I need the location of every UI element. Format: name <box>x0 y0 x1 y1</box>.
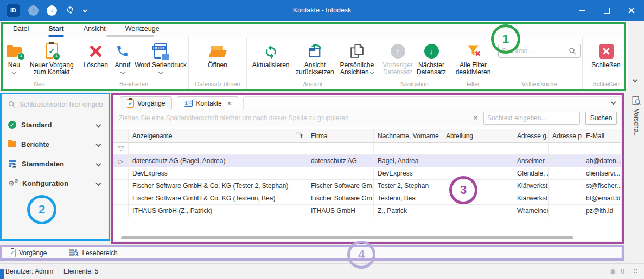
tab-list-chevron-icon[interactable] <box>611 100 616 105</box>
group-by-bar[interactable]: Ziehen Sie eine Spaltenüberschrift hierh… <box>113 109 621 127</box>
quick-access-toolbar: ID <box>0 4 87 17</box>
dropdown-chevron-icon <box>12 70 16 74</box>
tab-start[interactable]: Start <box>48 25 63 33</box>
filter-row <box>113 143 621 155</box>
titlebar: ID Kontakte - Infodesk <box>0 0 644 21</box>
main-panel: Vorgänge Kontakte Ziehen Sie eine Spalte… <box>113 95 621 241</box>
expand-chevron-icon[interactable] <box>96 141 101 147</box>
close-tab-icon[interactable] <box>227 101 232 106</box>
expand-chevron-icon[interactable] <box>96 161 101 166</box>
tab-werkzeuge[interactable]: Werkzeuge <box>125 25 160 33</box>
aktualisieren-button[interactable]: Aktualisieren <box>248 40 293 69</box>
loeschen-button[interactable]: Löschen <box>81 40 110 69</box>
persoenliche-ansichten-button[interactable]: Persönliche Ansichten <box>337 40 377 76</box>
bell-icon[interactable] <box>609 268 617 276</box>
refresh-quick-icon[interactable] <box>65 4 75 17</box>
scrollbar-thumb[interactable] <box>121 236 573 239</box>
tab-vorgaenge[interactable]: Vorgänge <box>120 96 172 109</box>
sidebar-search-input[interactable] <box>20 101 103 108</box>
cell: ab@daten... <box>582 155 621 167</box>
clear-search-icon[interactable] <box>473 114 478 122</box>
personal-views-pages-icon <box>349 43 364 59</box>
vorheriger-datensatz-button[interactable]: Vorheriger Datensatz <box>381 40 415 76</box>
table-header-row: Anzeigename Firma Nachname, Vorname Abte… <box>113 129 621 143</box>
tab-ansicht[interactable]: Ansicht <box>84 25 106 33</box>
expand-chevron-icon[interactable] <box>96 122 101 127</box>
open-folder-icon <box>209 46 226 57</box>
search-icon[interactable] <box>569 47 577 55</box>
tasks-clipboard-icon <box>9 249 16 257</box>
filter-cell[interactable] <box>442 143 513 154</box>
neuer-vorgang-zum-kontakt-button[interactable]: Neuer Vorgang zum Kontakt <box>27 40 77 76</box>
cell <box>442 205 513 217</box>
preview-panel-tab[interactable]: Vorschau <box>628 96 644 136</box>
table-row[interactable]: datenschutz AG (Bagel, Andrea) datenschu… <box>113 155 621 167</box>
naechster-datensatz-button[interactable]: Nächster Datensatz <box>415 40 448 76</box>
column-header-nachname-vorname[interactable]: Nachname, Vorname <box>374 129 442 142</box>
filter-cell[interactable] <box>374 143 442 154</box>
tab-datei[interactable]: Datei <box>13 25 29 33</box>
row-indicator <box>113 180 129 192</box>
expand-chevron-icon[interactable] <box>96 180 101 186</box>
column-header-email[interactable]: E-Mail <box>582 129 621 142</box>
minimize-button[interactable] <box>569 0 594 21</box>
ribbon-tab-bar: Datei Start Ansicht Werkzeuge <box>0 21 628 37</box>
docx-document-icon <box>154 43 167 59</box>
sidebar-item-berichte[interactable]: Berichte <box>2 134 108 154</box>
bottom-item-lesebereich[interactable]: Lesebereich <box>69 249 117 257</box>
maximize-button[interactable] <box>594 0 619 21</box>
ribbon: Neu Neuer Vorgang zum Kontakt Neu Lösche… <box>0 37 628 90</box>
table-row[interactable]: ITHAUS GmbH (Z., Patrick) ITHAUS GmbH Z.… <box>113 205 621 217</box>
filter-cell[interactable] <box>549 143 582 154</box>
cell: Fischer Software Gm... <box>307 192 374 204</box>
column-header-anzeigename[interactable]: Anzeigename <box>129 129 307 142</box>
status-bar: Benutzer: Admin Elemente: 5 0 <box>0 263 644 279</box>
row-indicator <box>113 205 129 217</box>
cell: bt@email.ld <box>582 192 621 204</box>
customize-toolbar-chevron-icon[interactable] <box>83 8 87 12</box>
table-row[interactable]: Fischer Software GmbH & Co. KG (Testerin… <box>113 192 621 205</box>
close-red-icon <box>599 44 614 59</box>
tab-kontakte[interactable]: Kontakte <box>177 96 238 109</box>
sort-ascending-icon[interactable] <box>296 129 303 142</box>
next-record-icon <box>424 44 439 59</box>
column-header-firma[interactable]: Firma <box>307 129 374 142</box>
filter-funnel-icon[interactable] <box>113 143 129 154</box>
ansicht-zuruecksetzen-button[interactable]: Ansicht zurücksetzen <box>293 40 336 76</box>
neu-button[interactable]: Neu <box>2 40 27 74</box>
cell: Glendale, ... <box>513 167 549 179</box>
column-header-abteilung[interactable]: Abteilung <box>442 129 513 142</box>
close-button[interactable] <box>619 0 644 21</box>
ribbon-group-ansicht: Aktualisieren Ansicht zurücksetzen Persö… <box>247 37 379 89</box>
table-row[interactable]: Fischer Software GmbH & Co. KG (Tester 2… <box>113 180 621 192</box>
grid-search-input[interactable] <box>487 114 576 122</box>
sidebar-item-standard[interactable]: Standard <box>2 115 108 134</box>
search-button[interactable]: Suchen <box>585 112 617 125</box>
previous-record-quick-icon[interactable] <box>28 5 39 16</box>
word-seriendruck-button[interactable]: Word Seriendruck <box>135 40 187 74</box>
cell: clientservi... <box>582 167 621 179</box>
anruf-button[interactable]: Anruf <box>110 40 135 74</box>
horizontal-scrollbar[interactable] <box>113 235 621 241</box>
bottom-item-vorgaenge[interactable]: Vorgänge <box>9 249 47 257</box>
filter-cell[interactable] <box>582 143 621 154</box>
cell: Klärwerkst... <box>513 192 549 204</box>
app-logo[interactable]: ID <box>7 4 20 17</box>
sidebar-item-konfiguration[interactable]: ⚙ Konfiguration <box>2 173 108 193</box>
sidebar-item-stammdaten[interactable]: Stammdaten <box>2 154 108 173</box>
schliessen-button[interactable]: Schließen <box>584 40 628 69</box>
filter-cell[interactable] <box>129 143 307 154</box>
oeffnen-button[interactable]: Öffnen <box>190 40 245 69</box>
alle-filter-deaktivieren-button[interactable]: Alle Filter deaktivieren <box>452 40 494 76</box>
column-header-adresse-g[interactable]: Adresse g... <box>513 129 549 142</box>
fulltext-search-input[interactable] <box>502 47 569 55</box>
table-row[interactable]: DevExpress DevExpress Glendale, ... clie… <box>113 167 621 180</box>
column-header-adresse-p[interactable]: Adresse p... <box>549 129 582 142</box>
filter-cell[interactable] <box>307 143 374 154</box>
resize-grip[interactable] <box>634 269 639 274</box>
cell: datenschutz AG <box>307 155 374 167</box>
filter-cell[interactable] <box>513 143 549 154</box>
right-side-strip: Vorschau <box>628 21 644 263</box>
next-record-quick-icon[interactable] <box>47 5 57 16</box>
ribbon-collapse-chevron-icon[interactable] <box>633 77 638 83</box>
